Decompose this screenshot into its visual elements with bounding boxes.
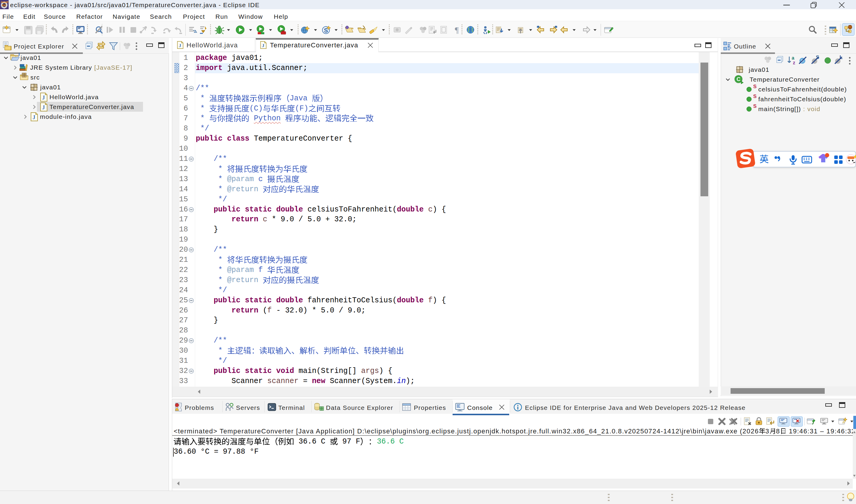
svg-text:IDE: IDE bbox=[2, 4, 6, 7]
svg-text:z: z bbox=[793, 60, 795, 65]
svg-text:JavaEE: JavaEE bbox=[1, 1, 8, 4]
svg-text:J: J bbox=[262, 43, 264, 48]
svg-text:¶: ¶ bbox=[455, 25, 459, 35]
svg-text:C: C bbox=[736, 76, 741, 82]
svg-text:J: J bbox=[179, 43, 181, 48]
svg-text:a: a bbox=[792, 55, 794, 60]
